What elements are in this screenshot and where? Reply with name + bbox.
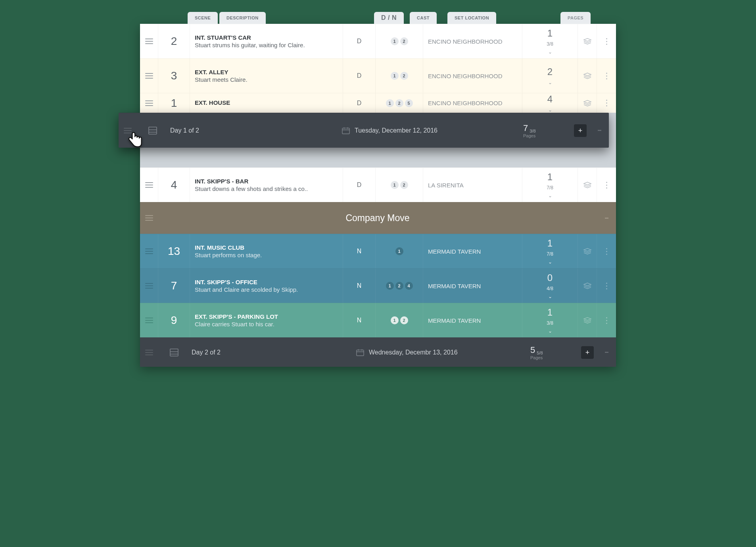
more-icon[interactable] xyxy=(597,59,616,93)
pages-big: 1 xyxy=(547,171,553,183)
day-night: D xyxy=(357,72,362,79)
day-label: Day 2 of 2 xyxy=(190,349,351,356)
pages-cell[interactable]: 17/8⌄ xyxy=(522,234,578,268)
cast-pill: 2 xyxy=(400,181,408,189)
layers-icon[interactable] xyxy=(578,269,597,303)
drag-handle-icon[interactable] xyxy=(140,269,158,303)
pages-cell[interactable]: 13/8⌄ xyxy=(522,303,578,337)
drag-handle-icon[interactable] xyxy=(140,348,158,357)
chevron-down-icon: ⌄ xyxy=(548,259,552,265)
banner-strip[interactable]: Company Move xyxy=(140,202,616,234)
add-button[interactable]: + xyxy=(581,346,594,359)
scene-strip[interactable]: 4 INT. SKIPP'S - BARStuart downs a few s… xyxy=(140,168,616,202)
more-icon[interactable] xyxy=(597,93,616,113)
cast-pill: 2 xyxy=(400,37,408,45)
scene-strip[interactable]: 9 EXT. SKIPP'S - PARKING LOTClaire carri… xyxy=(140,303,616,337)
cast-pill: 1 xyxy=(391,37,399,45)
chevron-down-icon: ⌄ xyxy=(548,107,552,113)
pages-cell[interactable]: 4⌄ xyxy=(522,93,578,113)
pages-frac: 7/8 xyxy=(547,251,553,257)
pages-cell[interactable]: 13/8⌄ xyxy=(522,24,578,58)
day-break[interactable]: Day 2 of 2 Wednesday, Decembr 13, 2016 5… xyxy=(140,337,616,367)
day-label: Day 1 of 2 xyxy=(169,127,337,134)
day-break-dragging[interactable]: Day 1 of 2 Tuesday, December 12, 2016 73… xyxy=(119,113,609,148)
svg-rect-2 xyxy=(170,349,178,356)
svg-rect-3 xyxy=(357,350,364,356)
cast-pill: 5 xyxy=(405,99,413,107)
layers-icon[interactable] xyxy=(578,234,597,268)
pages-frac: 4/8 xyxy=(547,286,553,291)
cast-pill: 2 xyxy=(400,72,408,80)
day-night: D xyxy=(357,38,362,45)
more-icon[interactable] xyxy=(597,351,616,354)
day-pages-frac: 5/8 xyxy=(537,351,543,355)
pages-big: 0 xyxy=(547,272,553,283)
col-pages: PAGES xyxy=(560,12,591,24)
cast-pills: 12 xyxy=(391,37,408,45)
cast-pills: 12 xyxy=(391,72,408,80)
drag-handle-icon[interactable] xyxy=(140,303,158,337)
drag-handle-icon[interactable] xyxy=(140,168,158,202)
rows-container: 2 INT. STUART'S CARStuart strums his gui… xyxy=(140,24,616,367)
scene-strip[interactable]: 3 EXT. ALLEYStuart meets Claire. D 12 EN… xyxy=(140,58,616,93)
scene-number: 1 xyxy=(171,97,177,110)
pages-cell[interactable]: 2⌄ xyxy=(522,59,578,93)
set-location: LA SIRENITA xyxy=(428,182,517,189)
scene-strip[interactable]: 13 INT. MUSIC CLUBStuart performs on sta… xyxy=(140,234,616,268)
layers-icon[interactable] xyxy=(578,168,597,202)
scene-sub: Claire carries Stuart to his car. xyxy=(195,321,338,327)
pages-big: 4 xyxy=(547,94,553,105)
day-night: N xyxy=(357,248,362,255)
more-icon[interactable] xyxy=(597,168,616,202)
scene-number: 7 xyxy=(171,279,177,292)
more-icon[interactable] xyxy=(597,234,616,268)
set-location: ENCINO NEIGHBORHOOD xyxy=(428,38,517,45)
pages-cell[interactable]: 17/8⌄ xyxy=(522,168,578,202)
cast-pill: 4 xyxy=(405,282,413,290)
set-location: ENCINO NEIGHBORHOOD xyxy=(428,100,517,106)
scene-title: EXT. HOUSE xyxy=(195,99,338,106)
layers-icon[interactable] xyxy=(578,93,597,113)
chevron-down-icon: ⌄ xyxy=(548,294,552,299)
cast-pill: 1 xyxy=(386,99,394,107)
cast-pill: 1 xyxy=(395,247,403,255)
cast-pill: 1 xyxy=(391,316,399,324)
stripboard: SCENE DESCRIPTION D / N CAST SET LOCATIO… xyxy=(140,12,616,367)
scene-strip[interactable]: 2 INT. STUART'S CARStuart strums his gui… xyxy=(140,24,616,58)
drop-gap xyxy=(140,148,616,168)
more-icon[interactable] xyxy=(590,129,609,132)
set-location: ENCINO NEIGHBORHOOD xyxy=(428,73,517,79)
col-dn: D / N xyxy=(374,12,404,24)
add-button[interactable]: + xyxy=(574,124,587,137)
more-icon[interactable] xyxy=(597,24,616,58)
more-icon[interactable] xyxy=(597,303,616,337)
scene-number: 9 xyxy=(171,314,177,327)
layers-icon[interactable] xyxy=(578,59,597,93)
day-night: D xyxy=(357,100,362,107)
drag-handle-icon[interactable] xyxy=(140,234,158,268)
pages-frac: 7/8 xyxy=(547,185,553,191)
scene-title: INT. SKIPP'S - BAR xyxy=(195,178,338,185)
cast-pill: 1 xyxy=(391,181,399,189)
drag-handle-icon[interactable] xyxy=(140,93,158,113)
layers-icon[interactable] xyxy=(578,24,597,58)
day-pages-frac: 3/8 xyxy=(530,129,535,133)
pointer-cursor-icon xyxy=(127,131,142,148)
drag-handle-icon[interactable] xyxy=(140,24,158,58)
pages-cell[interactable]: 04/8⌄ xyxy=(522,269,578,303)
cast-pill: 2 xyxy=(395,99,403,107)
scene-strip[interactable]: 1 EXT. HOUSE D 125 ENCINO NEIGHBORHOOD 4… xyxy=(140,93,616,113)
cast-pills: 12 xyxy=(391,181,408,189)
day-table-icon[interactable] xyxy=(158,348,190,357)
scene-sub: Stuart strums his guitar, waiting for Cl… xyxy=(195,42,338,48)
more-icon[interactable] xyxy=(597,217,616,220)
cast-pill: 2 xyxy=(395,282,403,290)
scene-strip[interactable]: 7 INT. SKIPP'S - OFFICEStuart and Claire… xyxy=(140,268,616,303)
set-location: MERMAID TAVERN xyxy=(428,317,517,324)
drag-handle-icon[interactable] xyxy=(140,59,158,93)
more-icon[interactable] xyxy=(597,269,616,303)
drag-handle-icon[interactable] xyxy=(140,214,158,222)
layers-icon[interactable] xyxy=(578,303,597,337)
pages-big: 2 xyxy=(547,66,553,77)
scene-sub: Stuart and Claire are scolded by Skipp. xyxy=(195,286,338,293)
